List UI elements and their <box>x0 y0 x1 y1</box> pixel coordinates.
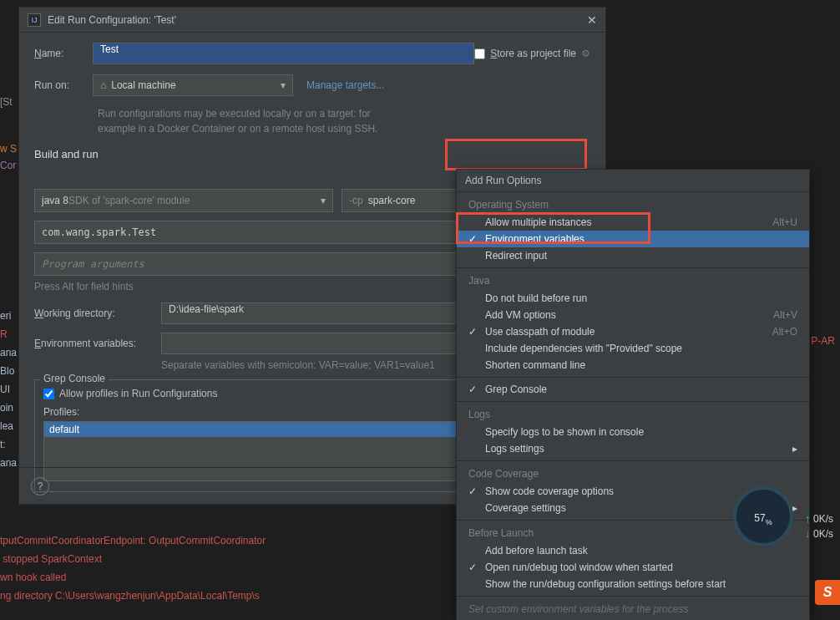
gear-icon[interactable]: ⚙ <box>581 48 590 59</box>
option-shorten-cmd[interactable]: Shorten command line <box>457 357 809 374</box>
name-input[interactable]: Test <box>93 43 474 64</box>
network-speed-readout: ↑0K/s ↓0K/s <box>805 511 833 541</box>
popup-title: Add Run Options <box>457 170 809 192</box>
group-java: Java <box>457 272 809 290</box>
runon-hint: Run configurations may be executed local… <box>98 106 590 136</box>
help-icon[interactable]: ? <box>31 477 49 495</box>
working-directory-label: Working directory: <box>34 307 161 319</box>
option-logs-settings[interactable]: Logs settings▸ <box>457 440 809 457</box>
sdk-select[interactable]: java 8 SDK of 'spark-core' module ▾ <box>34 189 333 212</box>
option-provided-scope[interactable]: Include dependencies with "Provided" sco… <box>457 340 809 357</box>
env-vars-label: Environment variables: <box>34 338 161 349</box>
check-icon: ✓ <box>468 562 477 573</box>
runon-select[interactable]: ⌂ Local machine ▾ <box>93 74 293 96</box>
check-icon: ✓ <box>468 233 477 245</box>
build-and-run-section: Build and run <box>34 148 590 160</box>
grep-legend: Grep Console <box>40 373 109 384</box>
sogou-icon[interactable]: S <box>815 580 840 605</box>
check-icon: ✓ <box>468 485 477 497</box>
option-use-classpath[interactable]: ✓Use classpath of moduleAlt+O <box>457 323 809 340</box>
home-icon: ⌂ <box>100 79 106 91</box>
popup-hint: Set custom environment variables for the… <box>457 597 809 620</box>
check-icon: ✓ <box>468 384 477 395</box>
option-env-variables[interactable]: ✓Environment variables <box>457 231 809 247</box>
add-run-options-popup: Add Run Options Operating System Allow m… <box>456 169 810 620</box>
check-icon: ✓ <box>468 326 477 338</box>
store-label: Store as project file <box>490 48 576 59</box>
option-open-tool-window[interactable]: ✓Open run/debug tool window when started <box>457 559 809 576</box>
option-grep-console[interactable]: ✓Grep Console <box>457 381 809 398</box>
chevron-down-icon: ▾ <box>321 195 326 206</box>
allow-profiles-label: Allow profiles in Run Configurations <box>59 388 217 399</box>
name-label: Name: <box>34 48 84 59</box>
code-text: [St <box>0 94 13 110</box>
console-output: tputCommitCoordinatorEndpoint: OutputCom… <box>0 531 266 605</box>
option-specify-logs[interactable]: Specify logs to be shown in console <box>457 424 809 440</box>
group-os: Operating System <box>457 196 809 214</box>
group-coverage: Code Coverage <box>457 465 809 483</box>
group-logs: Logs <box>457 405 809 424</box>
network-speed-widget[interactable]: 57% <box>733 486 793 546</box>
close-icon[interactable]: ✕ <box>587 13 597 27</box>
runon-label: Run on: <box>34 79 84 91</box>
intellij-icon: IJ <box>28 13 41 27</box>
arrow-up-icon: ↑ <box>805 513 810 525</box>
dialog-title: Edit Run Configuration: 'Test' <box>48 14 587 26</box>
option-allow-multiple[interactable]: Allow multiple instancesAlt+U <box>457 214 809 231</box>
manage-targets-link[interactable]: Manage targets... <box>306 79 384 91</box>
submenu-arrow-icon: ▸ <box>792 443 797 455</box>
option-redirect-input[interactable]: Redirect input <box>457 247 809 264</box>
chevron-down-icon: ▾ <box>281 79 286 91</box>
store-as-project-checkbox[interactable] <box>474 48 485 59</box>
option-vm-options[interactable]: Add VM optionsAlt+V <box>457 307 809 323</box>
submenu-arrow-icon: ▸ <box>792 502 797 514</box>
dialog-titlebar[interactable]: IJ Edit Run Configuration: 'Test' ✕ <box>19 8 605 33</box>
option-show-settings[interactable]: Show the run/debug configuration setting… <box>457 576 809 592</box>
allow-profiles-checkbox[interactable] <box>43 389 54 399</box>
option-no-build[interactable]: Do not build before run <box>457 290 809 307</box>
arrow-down-icon: ↓ <box>805 528 810 540</box>
